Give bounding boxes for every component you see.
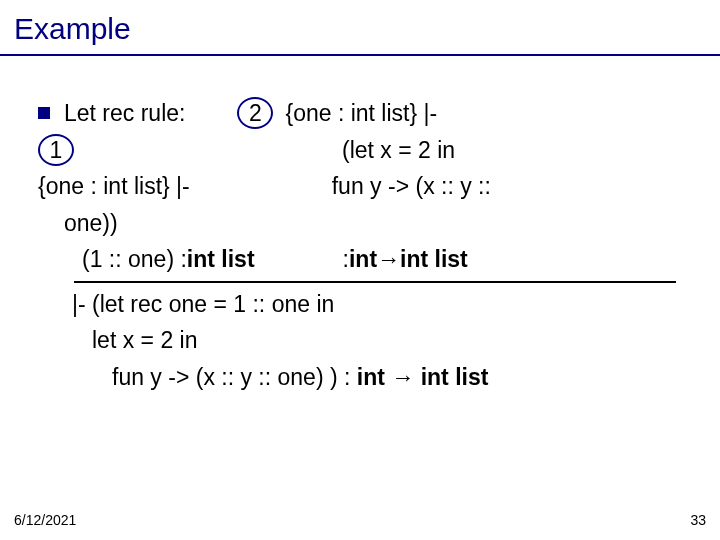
arrow-icon: → [377,242,400,277]
line-6: |- (let rec one = 1 :: one in [20,287,700,322]
premise-left: (1 :: one) : [82,242,187,277]
line-7: let x = 2 in [20,323,700,358]
inference-rule-line [74,281,676,283]
line-8: fun y -> (x :: y :: one) ) : int → int l… [20,360,700,395]
let-rec-label: Let rec rule: [64,96,185,131]
let-binding: (let x = 2 in [342,133,455,168]
line-1: Let rec rule:2{one : int list} |- [20,96,700,131]
type-intlist-1: int list [187,242,255,277]
type-int-2: int [357,364,392,390]
line-2: 1(let x = 2 in [20,133,700,168]
line-4: one)) [20,206,700,241]
fun-body: fun y -> (x :: y :: [332,169,491,204]
circled-2: 2 [237,97,273,129]
arrow-icon: → [391,364,414,390]
line-3: {one : int list} |-fun y -> (x :: y :: [20,169,700,204]
circled-1: 1 [38,134,74,166]
context-right-1: {one : int list} |- [285,96,437,131]
type-intlist-2: int list [400,242,468,277]
slide-footer: 6/12/2021 33 [14,512,706,528]
type-int-1: int [349,242,377,277]
context-left: {one : int list} |- [38,169,190,204]
one-close: one)) [64,210,118,236]
footer-page-number: 33 [690,512,706,528]
bullet-icon [38,107,50,119]
line-5: (1 :: one) : int list: int → int list [20,242,700,277]
slide-body: Let rec rule:2{one : int list} |-1(let x… [0,56,720,394]
page-title: Example [0,0,720,54]
conclusion-letrec: |- (let rec one = 1 :: one in [72,291,334,317]
footer-date: 6/12/2021 [14,512,76,528]
conclusion-fun: fun y -> (x :: y :: one) ) : [112,364,357,390]
type-intlist-3: int list [414,364,488,390]
conclusion-letx: let x = 2 in [92,327,197,353]
